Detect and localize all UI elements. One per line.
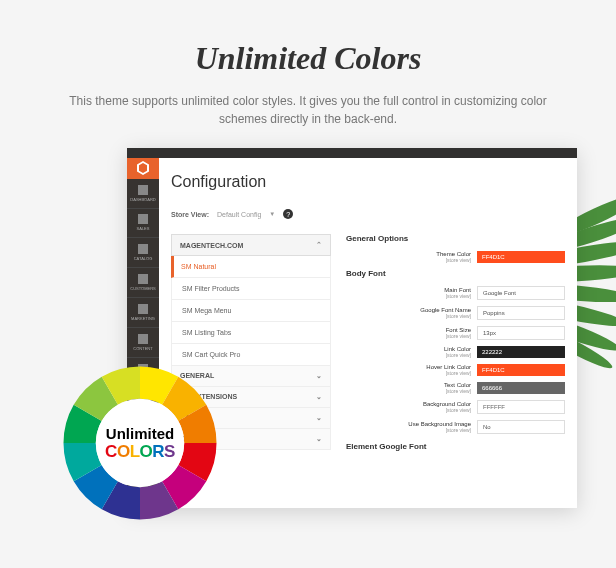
field-link-color: Link Color[store view] 222222 [346,346,565,358]
scope-dropdown-icon[interactable]: ▼ [269,211,275,217]
chevron-down-icon: ⌄ [316,414,322,422]
field-scope: [store view] [346,352,471,358]
field-scope: [store view] [346,388,471,394]
chevron-up-icon: ⌃ [316,241,322,249]
sidebar-item-marketing[interactable]: MARKETING [127,298,159,328]
field-text-color: Text Color[store view] 666666 [346,382,565,394]
field-bg-color: Background Color[store view] FFFFFF [346,400,565,414]
hover-color-swatch[interactable]: FF4D1C [477,364,565,376]
field-scope: [store view] [346,370,471,376]
field-main-font: Main Font[store view] Google Font [346,286,565,300]
field-font-size: Font Size[store view] 13px [346,326,565,340]
hero-subtitle: This theme supports unlimited color styl… [0,77,616,153]
hero-title: Unlimited Colors [0,0,616,77]
nav-item-sm-listing[interactable]: SM Listing Tabs [171,322,331,344]
options-panel: General Options Theme Color[store view] … [331,234,565,508]
field-scope: [store view] [346,313,471,319]
badge-line1: Unlimited [105,425,175,442]
font-size-input[interactable]: 13px [477,326,565,340]
chevron-down-icon: ⌄ [316,372,322,380]
sidebar-item-dashboard[interactable]: DASHBOARD [127,179,159,209]
bg-image-select[interactable]: No [477,420,565,434]
field-scope: [store view] [346,427,471,433]
sidebar-item-sales[interactable]: SALES [127,209,159,239]
field-hover-color: Hover Link Color[store view] FF4D1C [346,364,565,376]
nav-item-sm-filter[interactable]: SM Filter Products [171,278,331,300]
element-font-title: Element Google Font [346,442,565,451]
sidebar-label: CONTENT [133,346,152,351]
bg-color-swatch[interactable]: FFFFFF [477,400,565,414]
chevron-down-icon: ⌄ [316,393,322,401]
help-icon[interactable]: ? [283,209,293,219]
titlebar [127,148,577,158]
theme-color-swatch[interactable]: FF4D1C [477,251,565,263]
field-scope: [store view] [346,333,471,339]
scope-label: Store View: [171,211,209,218]
sidebar-item-catalog[interactable]: CATALOG [127,238,159,268]
field-google-font: Google Font Name[store view] Poppins [346,306,565,320]
link-color-swatch[interactable]: 222222 [477,346,565,358]
nav-item-sm-megamenu[interactable]: SM Mega Menu [171,300,331,322]
google-font-input[interactable]: Poppins [477,306,565,320]
sidebar-label: CATALOG [134,256,153,261]
general-options-title: General Options [346,234,565,243]
text-color-swatch[interactable]: 666666 [477,382,565,394]
badge-line2: COLORS [105,442,175,462]
nav-group-header[interactable]: MAGENTECH.COM ⌃ [171,234,331,256]
field-scope: [store view] [346,293,471,299]
wheel-label: Unlimited COLORS [105,425,175,462]
nav-group-label: MAGENTECH.COM [180,242,243,249]
sidebar-label: SALES [137,226,150,231]
sidebar-label: DASHBOARD [130,197,155,202]
sidebar-label: CUSTOMERS [130,286,155,291]
color-wheel-badge: Unlimited COLORS [55,358,225,528]
scope-select[interactable]: Default Config [217,211,261,218]
sidebar-item-content[interactable]: CONTENT [127,328,159,358]
field-theme-color: Theme Color[store view] FF4D1C [346,251,565,263]
field-bg-image: Use Background Image[store view] No [346,420,565,434]
magento-logo-icon[interactable] [127,158,159,179]
page-title: Configuration [171,173,565,191]
field-scope: [store view] [346,407,471,413]
body-font-title: Body Font [346,269,565,278]
chevron-down-icon: ⌄ [316,435,322,443]
field-scope: [store view] [346,257,471,263]
store-scope-row: Store View: Default Config ▼ ? [171,209,565,219]
nav-item-sm-natural[interactable]: SM Natural [171,256,331,278]
main-font-select[interactable]: Google Font [477,286,565,300]
sidebar-item-customers[interactable]: CUSTOMERS [127,268,159,298]
sidebar-label: MARKETING [131,316,155,321]
